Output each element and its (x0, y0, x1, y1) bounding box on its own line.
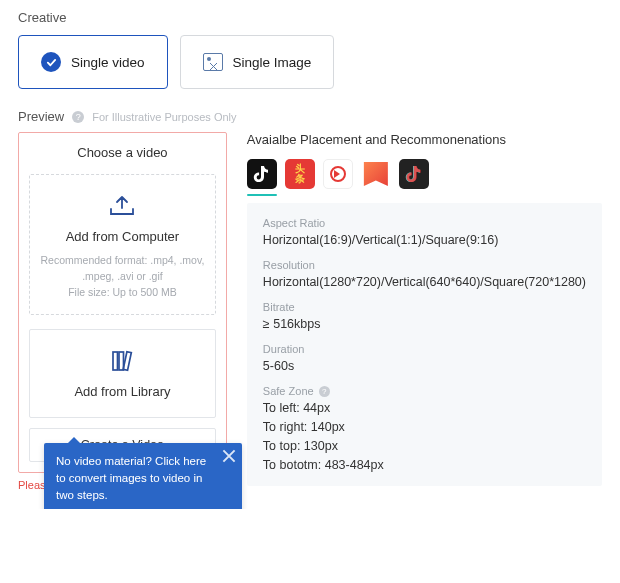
upload-icon (107, 193, 137, 219)
spec-safezone-label: Safe Zone ? (263, 385, 586, 397)
tooltip-no-video: No video material? Click here to convert… (44, 443, 242, 509)
bookmark-icon (361, 159, 391, 189)
safezone-right: To right: 140px (263, 420, 586, 434)
option-label: Single Image (233, 55, 312, 70)
spec-safezone-values: To left: 44px To right: 140px To top: 13… (263, 401, 586, 472)
spec-resolution-value: Horizontal(1280*720)/Vertical(640*640)/S… (263, 275, 586, 289)
spec-box: Aspect Ratio Horizontal(16:9)/Vertical(1… (247, 203, 602, 486)
svg-rect-2 (124, 352, 132, 371)
spec-aspect-value: Horizontal(16:9)/Vertical(1:1)/Square(9:… (263, 233, 586, 247)
upload-hint-line2: .mpeg, .avi or .gif (38, 269, 207, 285)
add-from-library[interactable]: Add from Library (29, 329, 216, 418)
spec-bitrate-label: Bitrate (263, 301, 586, 313)
safezone-left: To left: 44px (263, 401, 586, 415)
choose-video-panel: Choose a video Add from Computer Recomme… (18, 132, 227, 473)
svg-rect-0 (113, 352, 118, 370)
toutiao-glyph: 头条 (295, 164, 305, 184)
tooltip-text: No video material? Click here to convert… (56, 455, 206, 500)
preview-header: Preview ? For Illustrative Purposes Only (18, 109, 602, 124)
option-single-video[interactable]: Single video (18, 35, 168, 89)
app-tiktok[interactable] (247, 159, 277, 189)
preview-label: Preview (18, 109, 64, 124)
safezone-bottom: To bototm: 483-484px (263, 458, 586, 472)
section-creative-label: Creative (18, 10, 602, 25)
image-icon (203, 53, 223, 71)
library-icon (107, 348, 137, 374)
safezone-top: To top: 130px (263, 439, 586, 453)
option-single-image[interactable]: Single Image (180, 35, 335, 89)
check-icon (41, 52, 61, 72)
spec-resolution-label: Resolution (263, 259, 586, 271)
app-bookmark[interactable] (361, 159, 391, 189)
choose-video-title: Choose a video (29, 145, 216, 160)
upload-hint-line3: File size: Up to 500 MB (38, 285, 207, 301)
play-icon (330, 166, 346, 182)
option-label: Single video (71, 55, 145, 70)
spec-aspect-label: Aspect Ratio (263, 217, 586, 229)
info-icon: ? (319, 386, 330, 397)
preview-hint: For Illustrative Purposes Only (92, 111, 236, 123)
spec-bitrate-value: ≥ 516kbps (263, 317, 586, 331)
spec-duration-value: 5-60s (263, 359, 586, 373)
add-from-library-title: Add from Library (38, 384, 207, 399)
add-from-computer-title: Add from Computer (38, 229, 207, 244)
spec-duration-label: Duration (263, 343, 586, 355)
creative-type-row: Single video Single Image (18, 35, 602, 89)
app-tiktok-alt[interactable] (399, 159, 429, 189)
placement-title: Avaialbe Placement and Recommonenations (247, 132, 602, 147)
help-icon: ? (72, 111, 84, 123)
add-from-computer[interactable]: Add from Computer Recommended format: .m… (29, 174, 216, 315)
upload-hint-line1: Recommended format: .mp4, .mov, (38, 253, 207, 269)
placement-app-row: 头条 (247, 159, 602, 189)
app-xigua[interactable] (323, 159, 353, 189)
app-toutiao[interactable]: 头条 (285, 159, 315, 189)
close-icon[interactable] (222, 449, 236, 463)
